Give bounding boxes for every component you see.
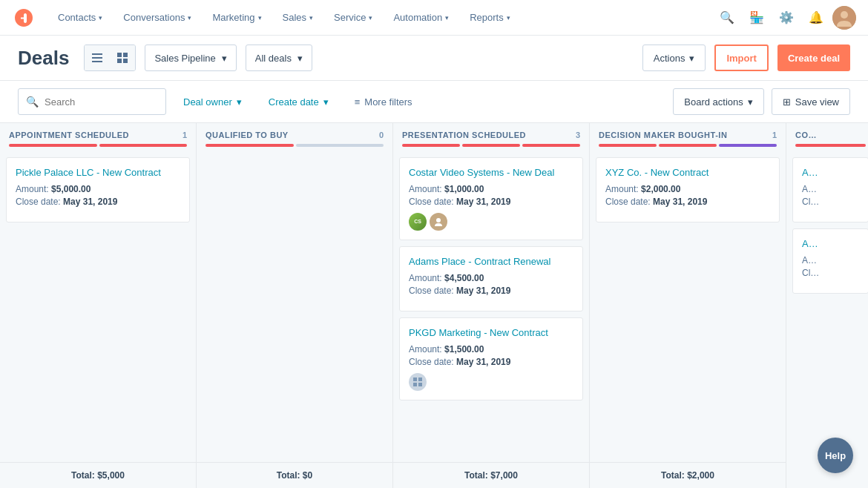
nav-item-marketing[interactable]: Marketing ▾ — [202, 0, 272, 36]
col-bar-p1 — [402, 144, 460, 147]
nav-right-actions: 🔍 🏪 ⚙️ 🔔 — [714, 4, 856, 31]
deal-card-adams-place[interactable]: Adams Place - Contract Renewal Amount: $… — [399, 246, 583, 311]
deal-owner-chevron-icon: ▾ — [237, 96, 242, 108]
deal-close-xyz: Close date: May 31, 2019 — [605, 197, 770, 207]
col-header-presentation: PRESENTATION SCHEDULED 3 — [393, 123, 589, 154]
deal-owner-filter-btn[interactable]: Deal owner ▾ — [174, 88, 251, 115]
avatar-costar-logo: CS — [409, 213, 427, 231]
col-total-decision: Total: $2,000 — [661, 470, 714, 481]
column-appointment-scheduled: APPOINTMENT SCHEDULED 1 Pickle Palace LL… — [0, 123, 197, 488]
automation-chevron-icon: ▾ — [445, 14, 449, 22]
list-view-icon — [92, 53, 102, 63]
deal-title-pickle-palace: Pickle Palace LLC - New Contract — [16, 167, 180, 179]
import-label: Import — [726, 53, 756, 64]
col-cards-partial: A… A… Cl… A… A… Cl… — [786, 154, 868, 488]
deal-card-pkgd[interactable]: PKGD Marketing - New Contract Amount: $1… — [399, 317, 583, 400]
deal-title-costar: Costar Video Systems - New Deal — [409, 167, 573, 179]
col-bar-q1 — [206, 144, 294, 147]
col-total-qualified: Total: $0 — [277, 470, 312, 481]
svg-rect-13 — [418, 383, 422, 386]
help-button[interactable]: Help — [818, 438, 853, 473]
import-button[interactable]: Import — [714, 44, 768, 71]
deal-close-pkgd: Close date: May 31, 2019 — [409, 357, 573, 367]
search-icon: 🔍 — [26, 96, 39, 108]
more-filters-btn[interactable]: ≡ More filters — [346, 88, 421, 115]
column-decision-maker: DECISION MAKER BOUGHT-IN 1 XYZ Co. - New… — [590, 123, 786, 488]
column-qualified-to-buy: QUALIFIED TO BUY 0 Total: $0 — [197, 123, 393, 488]
nav-item-automation[interactable]: Automation ▾ — [383, 0, 459, 36]
page-title: Deals — [18, 47, 69, 70]
col-count-presentation: 3 — [576, 131, 580, 139]
col-header-decision: DECISION MAKER BOUGHT-IN 1 — [590, 123, 786, 154]
save-view-button[interactable]: ⊞ Save view — [772, 88, 850, 115]
svg-rect-12 — [413, 383, 417, 386]
deal-owner-label: Deal owner — [183, 96, 232, 108]
col-bars-partial — [795, 144, 866, 147]
search-box[interactable]: 🔍 — [18, 88, 166, 115]
sales-chevron-icon: ▾ — [309, 14, 313, 22]
deal-title-pkgd: PKGD Marketing - New Contract — [409, 327, 573, 340]
list-view-btn[interactable] — [85, 45, 110, 70]
deal-amount-adams: Amount: $4,500.00 — [409, 273, 573, 283]
deal-card-partial-1[interactable]: A… A… Cl… — [792, 157, 868, 222]
column-partial: CO… A… A… Cl… A… A… Cl… — [786, 123, 868, 488]
card-avatars-pkgd — [409, 373, 573, 391]
more-filters-label: More filters — [364, 96, 412, 108]
actions-button[interactable]: Actions ▾ — [642, 44, 706, 71]
svg-rect-3 — [92, 57, 102, 59]
svg-rect-8 — [123, 59, 128, 63]
nav-service-label: Service — [334, 12, 366, 23]
nav-item-sales[interactable]: Sales ▾ — [272, 0, 324, 36]
col-bar-d2 — [659, 144, 717, 147]
all-deals-selector[interactable]: All deals ▾ — [246, 44, 312, 71]
col-header-appointment: APPOINTMENT SCHEDULED 1 — [0, 123, 196, 154]
create-date-chevron-icon: ▾ — [323, 96, 329, 108]
deal-card-costar-video[interactable]: Costar Video Systems - New Deal Amount: … — [399, 157, 583, 240]
search-input[interactable] — [45, 96, 158, 108]
nav-automation-label: Automation — [393, 12, 442, 23]
svg-point-1 — [841, 11, 848, 19]
all-deals-chevron-icon: ▾ — [297, 53, 303, 64]
deal-close-pickle-palace: Close date: May 31, 2019 — [16, 197, 180, 207]
nav-item-conversations[interactable]: Conversations ▾ — [113, 0, 202, 36]
nav-item-contacts[interactable]: Contacts ▾ — [47, 0, 113, 36]
deal-title-partial-1: A… — [802, 167, 859, 179]
svg-rect-5 — [117, 53, 122, 57]
reports-chevron-icon: ▾ — [507, 14, 510, 22]
col-bar-p3 — [522, 144, 580, 147]
nav-marketing-label: Marketing — [212, 12, 254, 23]
marketing-chevron-icon: ▾ — [258, 14, 262, 22]
col-total-appointment: Total: $5,000 — [71, 470, 125, 481]
actions-chevron-icon: ▾ — [689, 53, 694, 64]
deal-close-adams: Close date: May 31, 2019 — [409, 286, 573, 296]
board-actions-button[interactable]: Board actions ▾ — [673, 88, 764, 115]
top-navigation: Contacts ▾ Conversations ▾ Marketing ▾ S… — [0, 0, 868, 36]
col-bar-d3 — [719, 144, 777, 147]
hubspot-logo[interactable] — [12, 6, 36, 30]
pipeline-selector[interactable]: Sales Pipeline ▾ — [145, 44, 236, 71]
create-deal-button[interactable]: Create deal — [777, 44, 850, 71]
service-chevron-icon: ▾ — [369, 14, 372, 22]
nav-item-reports[interactable]: Reports ▾ — [459, 0, 521, 36]
settings-icon-btn[interactable]: ⚙️ — [773, 4, 800, 31]
deal-amount-partial-1: A… — [802, 184, 859, 194]
notifications-icon-btn[interactable]: 🔔 — [803, 4, 829, 31]
create-date-filter-btn[interactable]: Create date ▾ — [259, 88, 338, 115]
col-bar-2 — [99, 144, 188, 147]
grid-view-btn[interactable] — [110, 45, 135, 70]
marketplace-icon-btn[interactable]: 🏪 — [743, 4, 770, 31]
pipeline-chevron-icon: ▾ — [222, 53, 227, 64]
create-deal-label: Create deal — [788, 53, 840, 64]
nav-item-service[interactable]: Service ▾ — [323, 0, 383, 36]
deal-card-xyz[interactable]: XYZ Co. - New Contract Amount: $2,000.00… — [596, 157, 780, 222]
deal-amount-pickle-palace: Amount: $5,000.00 — [16, 184, 180, 194]
deal-card-pickle-palace[interactable]: Pickle Palace LLC - New Contract Amount:… — [6, 157, 190, 222]
nav-reports-label: Reports — [470, 12, 504, 23]
create-date-label: Create date — [269, 96, 319, 108]
deal-card-partial-2[interactable]: A… A… Cl… — [792, 228, 868, 294]
user-avatar[interactable] — [832, 6, 856, 30]
search-icon-btn[interactable]: 🔍 — [714, 4, 740, 31]
col-cards-decision: XYZ Co. - New Contract Amount: $2,000.00… — [590, 154, 786, 462]
svg-rect-10 — [413, 377, 417, 381]
nav-conversations-label: Conversations — [123, 12, 185, 23]
